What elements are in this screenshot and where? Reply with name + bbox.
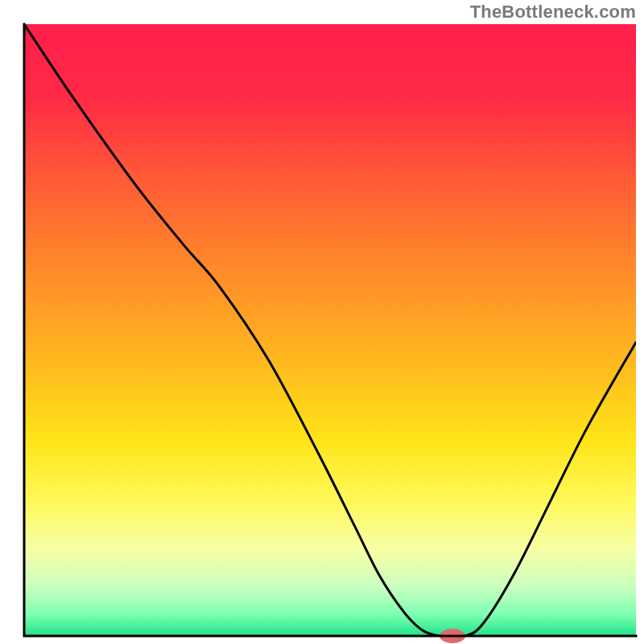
bottleneck-chart [0,0,644,644]
gradient-background [24,24,636,636]
